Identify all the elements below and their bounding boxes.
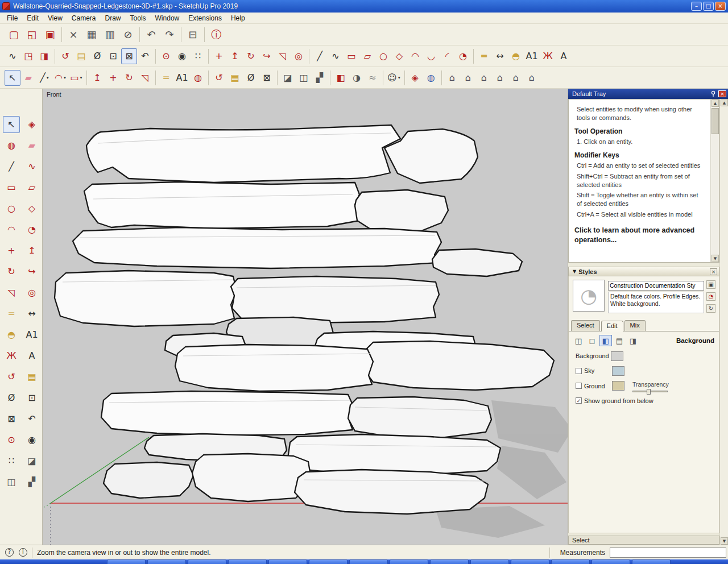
match-photo-icon[interactable]: ◨ bbox=[36, 48, 52, 64]
model-info-icon[interactable]: ⓘ bbox=[207, 26, 225, 43]
move-icon[interactable]: + bbox=[105, 70, 121, 86]
taskbar-window-button[interactable] bbox=[268, 559, 307, 564]
ground-color-swatch[interactable] bbox=[612, 381, 624, 391]
arc-icon[interactable]: ◠ bbox=[3, 221, 20, 238]
taskbar-window-button[interactable] bbox=[188, 559, 226, 564]
measurements-input[interactable] bbox=[610, 548, 726, 558]
menu-draw[interactable]: Draw bbox=[101, 13, 126, 23]
select-icon[interactable]: ↖ bbox=[5, 70, 20, 86]
rotated-rectangle-icon[interactable]: ▱ bbox=[23, 179, 40, 196]
cut-icon[interactable]: × bbox=[64, 26, 82, 43]
position-camera-icon[interactable]: ⊙ bbox=[3, 432, 20, 449]
position-camera-icon[interactable]: ⊙ bbox=[158, 48, 174, 64]
tray-close-icon[interactable]: × bbox=[718, 90, 726, 97]
taskbar-window-button[interactable] bbox=[349, 559, 388, 564]
zoom-extents-icon[interactable]: ⊠ bbox=[121, 48, 137, 64]
watermark-settings-icon[interactable]: ▤ bbox=[613, 335, 626, 346]
look-around-icon[interactable]: ◉ bbox=[174, 48, 190, 64]
move-icon[interactable]: + bbox=[3, 242, 20, 259]
select-icon[interactable]: ↖ bbox=[3, 116, 20, 133]
paste-icon[interactable]: ▥ bbox=[101, 26, 119, 43]
view-front-icon[interactable]: ⌂ bbox=[476, 70, 492, 86]
print-icon[interactable]: ⊟ bbox=[184, 26, 202, 43]
scale-icon[interactable]: ◹ bbox=[275, 48, 291, 64]
styles-icon[interactable]: ◧ bbox=[333, 70, 349, 86]
info-icon[interactable]: i bbox=[19, 548, 27, 557]
taskbar-window-button[interactable] bbox=[228, 559, 267, 564]
scroll-up-icon[interactable]: ▲ bbox=[721, 99, 728, 106]
section-cut-icon[interactable]: ▞ bbox=[23, 474, 40, 491]
polygon-icon[interactable]: ◇ bbox=[23, 200, 40, 217]
copy-icon[interactable]: ▦ bbox=[82, 26, 101, 43]
line-icon[interactable]: ╱ bbox=[312, 48, 328, 64]
update-style-icon[interactable]: ↻ bbox=[706, 304, 715, 313]
menu-view[interactable]: View bbox=[43, 13, 67, 23]
zoom-icon[interactable]: Ø bbox=[3, 389, 20, 407]
fog-icon[interactable]: ≈ bbox=[365, 70, 380, 86]
sign-in-icon[interactable]: ☺▾ bbox=[386, 70, 402, 86]
zoom-previous-icon[interactable]: ↶ bbox=[23, 410, 40, 428]
edge-settings-icon[interactable]: ◫ bbox=[572, 335, 585, 346]
view-top-icon[interactable]: ⌂ bbox=[460, 70, 476, 86]
axes-icon[interactable]: Ж bbox=[3, 347, 20, 364]
section-plane-icon[interactable]: ◪ bbox=[280, 70, 296, 86]
section-cut-icon[interactable]: ▞ bbox=[312, 70, 328, 86]
pie-icon[interactable]: ◔ bbox=[23, 221, 40, 238]
follow-me-icon[interactable]: ↪ bbox=[259, 48, 275, 64]
show-ground-checkbox[interactable]: ✓ bbox=[576, 397, 582, 404]
protractor-icon[interactable]: ◓ bbox=[508, 48, 524, 64]
create-style-icon[interactable]: ◔ bbox=[706, 292, 715, 301]
taskbar-window-button[interactable] bbox=[430, 559, 469, 564]
menu-file[interactable]: File bbox=[2, 13, 22, 23]
view-left-icon[interactable]: ⌂ bbox=[524, 70, 540, 86]
arc-icon[interactable]: ◠ bbox=[407, 48, 423, 64]
paint-bucket-icon[interactable]: ◍ bbox=[3, 137, 20, 154]
circle-icon[interactable]: ○ bbox=[3, 200, 20, 217]
tape-measure-icon[interactable]: ═ bbox=[158, 70, 174, 86]
secondary-pane-icon[interactable]: ▣ bbox=[706, 280, 715, 289]
view-right-icon[interactable]: ⌂ bbox=[492, 70, 508, 86]
components-icon[interactable]: ◈ bbox=[407, 70, 423, 86]
menu-help[interactable]: Help bbox=[226, 13, 250, 23]
tab-select[interactable]: Select bbox=[571, 320, 600, 331]
menu-camera[interactable]: Camera bbox=[67, 13, 101, 23]
shapes-icon[interactable]: ▭▾ bbox=[68, 70, 84, 86]
orbit-icon[interactable]: ↺ bbox=[211, 70, 227, 86]
taskbar-window-button[interactable] bbox=[592, 559, 630, 564]
taskbar-window-button[interactable] bbox=[390, 559, 428, 564]
ground-checkbox[interactable] bbox=[576, 383, 582, 389]
eraser-icon[interactable]: ▰ bbox=[20, 70, 36, 86]
text-icon[interactable]: A1 bbox=[524, 48, 540, 64]
section-display-icon[interactable]: ◫ bbox=[3, 474, 20, 491]
help-icon[interactable]: ? bbox=[5, 548, 14, 557]
transparency-slider[interactable] bbox=[632, 391, 668, 392]
tab-mix[interactable]: Mix bbox=[624, 320, 646, 331]
arc-icon[interactable]: ◠▾ bbox=[52, 70, 68, 86]
zoom-previous-icon[interactable]: ↶ bbox=[137, 48, 153, 64]
rotate-icon[interactable]: ↻ bbox=[121, 70, 137, 86]
freehand-icon[interactable]: ∿ bbox=[23, 158, 40, 175]
shadows-icon[interactable]: ◑ bbox=[349, 70, 365, 86]
make-component-icon[interactable]: ◈ bbox=[23, 116, 40, 133]
rectangle-icon[interactable]: ▭ bbox=[3, 179, 20, 196]
orbit-icon[interactable]: ↺ bbox=[3, 368, 20, 385]
paint-bucket-icon[interactable]: ◍ bbox=[190, 70, 206, 86]
close-button[interactable]: × bbox=[715, 2, 726, 11]
scroll-down-icon[interactable]: ▼ bbox=[721, 537, 728, 545]
text-icon[interactable]: A1 bbox=[174, 70, 190, 86]
tray-scrollbar[interactable]: ▲ ▼ bbox=[719, 99, 728, 545]
zoom-icon[interactable]: Ø bbox=[243, 70, 259, 86]
import-model-icon[interactable]: ◳ bbox=[20, 48, 36, 64]
slider-knob[interactable] bbox=[647, 389, 651, 395]
style-name-input[interactable] bbox=[608, 281, 704, 291]
look-around-icon[interactable]: ◉ bbox=[23, 432, 40, 449]
redo-icon[interactable]: ↷ bbox=[160, 26, 179, 43]
advanced-operations-link[interactable]: Click to learn about more advanced opera… bbox=[574, 226, 704, 245]
taskbar-window-button[interactable] bbox=[107, 559, 146, 564]
sky-checkbox[interactable] bbox=[576, 368, 582, 374]
section-display-icon[interactable]: ◫ bbox=[296, 70, 312, 86]
style-description[interactable]: Default face colors. Profile Edges. Whit… bbox=[608, 292, 704, 313]
scrollbar-thumb[interactable] bbox=[712, 108, 719, 134]
tray-bottom-bar[interactable]: Select bbox=[568, 536, 719, 545]
save-icon[interactable]: ▣ bbox=[41, 26, 59, 43]
